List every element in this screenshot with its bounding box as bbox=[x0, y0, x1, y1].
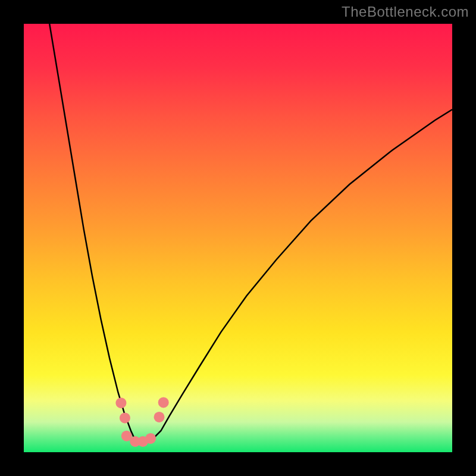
data-marker bbox=[145, 433, 156, 444]
gradient-background bbox=[24, 24, 452, 452]
data-marker bbox=[115, 397, 126, 408]
chart-svg bbox=[24, 24, 452, 452]
chart-frame: TheBottleneck.com bbox=[0, 0, 476, 476]
watermark-text: TheBottleneck.com bbox=[342, 4, 469, 20]
data-marker bbox=[120, 412, 130, 423]
data-marker bbox=[158, 397, 169, 408]
data-marker bbox=[154, 412, 165, 422]
plot-area bbox=[24, 24, 452, 452]
